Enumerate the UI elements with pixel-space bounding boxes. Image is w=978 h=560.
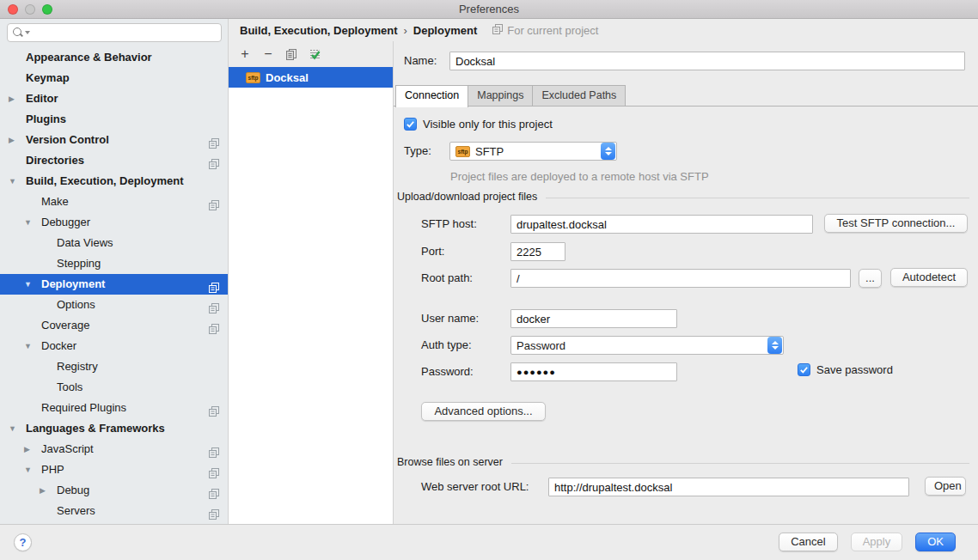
name-input[interactable] (449, 52, 965, 70)
root-path-input[interactable] (510, 269, 851, 288)
scope-label: For current project (507, 24, 598, 37)
search-options-caret-icon[interactable] (25, 31, 30, 34)
web-root-input[interactable] (548, 478, 909, 496)
sidebar-item-keymap[interactable]: Keymap (0, 68, 228, 88)
user-name-input[interactable] (510, 309, 677, 328)
collapse-arrow-icon[interactable]: ▼ (24, 212, 32, 233)
test-sftp-connection-button[interactable]: Test SFTP connection... (824, 214, 968, 233)
collapse-arrow-icon[interactable]: ▼ (9, 418, 16, 439)
copy-server-button[interactable] (284, 46, 299, 62)
cancel-button[interactable]: Cancel (779, 533, 837, 551)
sidebar-item-version-control[interactable]: ▶Version Control (0, 130, 228, 150)
expand-arrow-icon[interactable]: ▶ (40, 480, 46, 501)
expand-arrow-icon[interactable]: ▶ (24, 439, 30, 460)
sftp-host-input[interactable] (510, 215, 813, 234)
server-item-docksal[interactable]: sftp Docksal (229, 67, 393, 88)
sidebar-item-required-plugins[interactable]: Required Plugins (0, 398, 228, 418)
use-as-default-button[interactable] (307, 46, 322, 62)
upload-section-label: Upload/download project files (397, 191, 537, 203)
ok-button[interactable]: OK (915, 533, 956, 551)
sidebar-item-label: Plugins (26, 109, 66, 130)
title-bar: Preferences (0, 0, 978, 19)
sidebar-item-plugins[interactable]: Plugins (0, 109, 228, 130)
breadcrumb-parent[interactable]: Build, Execution, Deployment (240, 24, 397, 37)
sidebar-item-php[interactable]: ▼PHP (0, 460, 228, 480)
sidebar-item-label: Options (57, 295, 95, 315)
collapse-arrow-icon[interactable]: ▼ (24, 336, 32, 356)
collapse-arrow-icon[interactable]: ▼ (24, 460, 32, 480)
open-url-button[interactable]: Open (925, 477, 966, 496)
expand-arrow-icon[interactable]: ▶ (9, 88, 15, 109)
upload-section-header: Upload/download project files (397, 191, 969, 203)
sidebar-item-label: Directories (26, 150, 84, 171)
sidebar-item-label: Registry (57, 356, 98, 377)
tab-mappings[interactable]: Mappings (468, 85, 533, 106)
sftp-server-icon: sftp (246, 72, 260, 83)
sidebar-item-label: Debug (57, 480, 89, 501)
save-password-label[interactable]: Save password (816, 363, 893, 377)
sidebar-item-label: Servers (57, 501, 95, 521)
root-path-label: Root path: (421, 269, 473, 288)
visible-only-label[interactable]: Visible only for this project (423, 118, 553, 131)
settings-tree: Appearance & BehaviorKeymap▶EditorPlugin… (0, 47, 228, 521)
collapse-arrow-icon[interactable]: ▼ (24, 274, 32, 295)
tab-connection[interactable]: Connection (395, 85, 468, 107)
sidebar-item-languages-frameworks[interactable]: ▼Languages & Frameworks (0, 418, 228, 439)
sidebar-item-javascript[interactable]: ▶JavaScript (0, 439, 228, 460)
sidebar-item-label: Stepping (57, 253, 101, 274)
help-button[interactable]: ? (14, 533, 32, 551)
sidebar-item-docker[interactable]: ▼Docker (0, 336, 228, 356)
sidebar-item-directories[interactable]: Directories (0, 150, 228, 171)
sidebar-item-appearance-behavior[interactable]: Appearance & Behavior (0, 47, 228, 68)
sidebar-item-tools[interactable]: Tools (0, 377, 228, 398)
sidebar-item-label: PHP (41, 460, 64, 480)
sidebar-item-label: Languages & Frameworks (26, 418, 165, 439)
sidebar-item-stepping[interactable]: Stepping (0, 253, 228, 274)
type-label: Type: (404, 142, 431, 161)
autodetect-button[interactable]: Autodetect (890, 268, 968, 287)
password-input[interactable] (510, 362, 677, 381)
sidebar-item-options[interactable]: Options (0, 295, 228, 315)
apply-button[interactable]: Apply (851, 533, 903, 551)
sidebar-item-debugger[interactable]: ▼Debugger (0, 212, 228, 233)
sidebar-item-label: Data Views (57, 233, 113, 253)
collapse-arrow-icon[interactable]: ▼ (9, 171, 16, 192)
sidebar-item-debug[interactable]: ▶Debug (0, 480, 228, 501)
visible-only-checkbox[interactable] (404, 118, 417, 131)
sidebar-item-editor[interactable]: ▶Editor (0, 88, 228, 109)
sidebar-item-coverage[interactable]: Coverage (0, 315, 228, 336)
sidebar-item-label: Build, Execution, Deployment (26, 171, 183, 192)
sidebar-item-label: Required Plugins (41, 398, 126, 418)
auth-type-select[interactable]: Password (510, 336, 784, 355)
for-current-project-icon (492, 24, 503, 37)
sidebar-item-data-views[interactable]: Data Views (0, 233, 228, 253)
settings-search[interactable] (7, 23, 222, 42)
sidebar-item-label: JavaScript (41, 439, 94, 460)
window-title: Preferences (0, 0, 978, 19)
sftp-host-label: SFTP host: (421, 215, 477, 234)
port-input[interactable] (510, 242, 565, 261)
breadcrumb-separator-icon: › (403, 24, 406, 37)
save-password-checkbox[interactable] (798, 363, 810, 376)
sidebar-item-servers[interactable]: Servers (0, 501, 228, 521)
server-list-toolbar: + − (229, 41, 393, 67)
server-item-label: Docksal (266, 71, 309, 84)
port-label: Port: (421, 242, 444, 261)
sidebar-item-registry[interactable]: Registry (0, 356, 228, 377)
sidebar-item-make[interactable]: Make (0, 192, 228, 212)
name-label: Name: (404, 52, 437, 70)
deployment-form: Name: ConnectionMappingsExcluded Paths V… (394, 41, 978, 524)
sidebar-item-label: Version Control (26, 130, 109, 150)
expand-arrow-icon[interactable]: ▶ (9, 130, 15, 150)
tab-excluded-paths[interactable]: Excluded Paths (532, 85, 626, 106)
advanced-options-button[interactable]: Advanced options... (421, 402, 546, 421)
browse-section-header: Browse files on server (397, 456, 969, 468)
remove-server-button[interactable]: − (260, 46, 276, 62)
add-server-button[interactable]: + (237, 46, 253, 62)
browse-root-path-button[interactable]: ... (859, 269, 882, 288)
search-input[interactable] (33, 25, 221, 40)
sidebar-item-build-execution-deployment[interactable]: ▼Build, Execution, Deployment (0, 171, 228, 192)
type-select[interactable]: sftp SFTP (449, 142, 617, 161)
auth-type-label: Auth type: (421, 336, 472, 355)
sidebar-item-deployment[interactable]: ▼Deployment (0, 274, 228, 295)
